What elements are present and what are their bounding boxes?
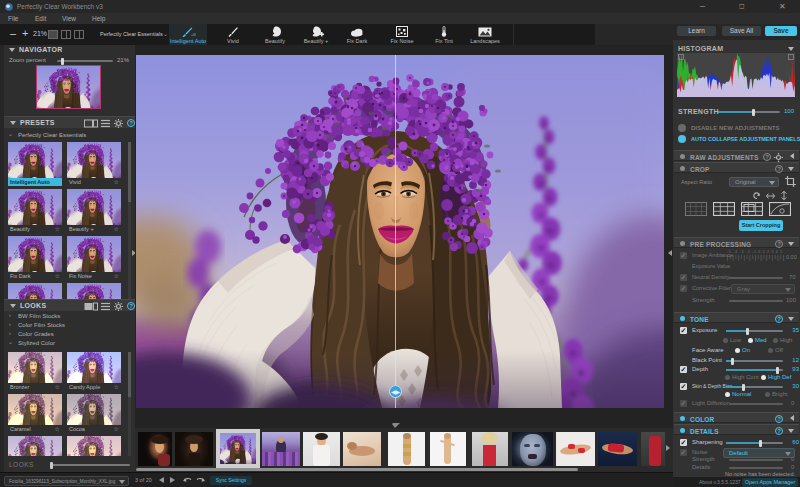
svg-text:-5 -4 -3 -2 -1 0 1 2 3 4 5: -5 -4 -3 -2 -1 0 1 2 3 4 5	[727, 250, 782, 254]
svg-text:+60: +60	[191, 32, 196, 37]
